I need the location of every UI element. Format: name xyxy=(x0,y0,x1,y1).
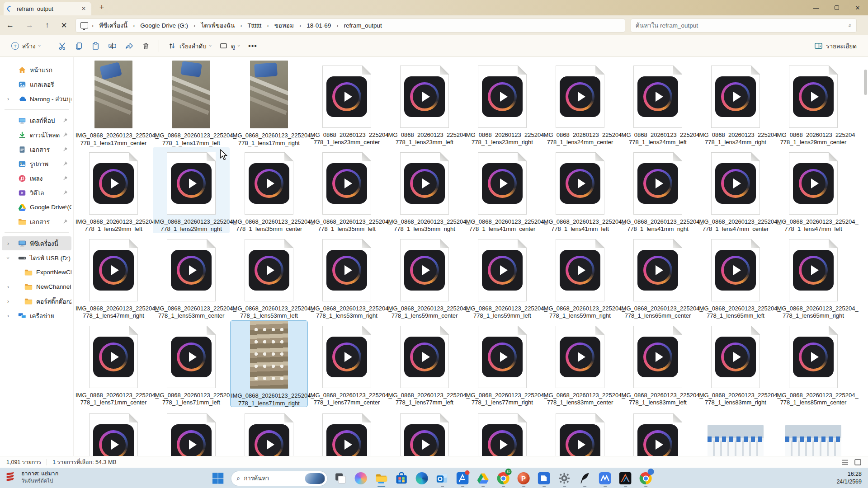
file-item[interactable]: IMG_0868_20260123_225204_778_1_lens59mm_… xyxy=(386,234,463,320)
sidebar-item--[interactable]: วิดีโอ xyxy=(2,186,71,200)
file-item[interactable]: IMG_0868_20260123_225204_778_1_lens65mm_… xyxy=(619,234,696,320)
sidebar-item--[interactable]: เอกสาร xyxy=(2,142,71,156)
sidebar-item--[interactable]: เอกสาร xyxy=(2,215,71,229)
file-item[interactable]: IMG_0868_20260123_225204_778_1_lens77mm_… xyxy=(386,321,463,407)
rename-button[interactable]: A xyxy=(104,38,121,53)
file-item[interactable]: IMG_0868_20260123_225204_778_1_lens53mm_… xyxy=(308,234,385,320)
google-drive-button[interactable] xyxy=(476,469,490,488)
file-item[interactable]: IMG_0868_20260123_225204_778_1_lens24mm_… xyxy=(697,61,774,146)
sort-button[interactable]: เรียงลำดับ › xyxy=(164,38,215,54)
file-item[interactable]: IMG_0868_20260123_225204_778_1_lens24mm_… xyxy=(619,61,696,146)
tab-refram-output[interactable]: refram_output ✕ xyxy=(4,2,91,15)
new-tab-button[interactable]: + xyxy=(96,3,108,12)
close-button[interactable]: ✕ xyxy=(847,0,868,15)
delete-button[interactable] xyxy=(137,38,154,53)
task-view-button[interactable] xyxy=(334,469,348,488)
file-item[interactable]: IMG_0868_20260123_225204_778_1_lens41mm_… xyxy=(542,147,618,233)
sidebar-item--[interactable]: ›พีซีเครื่องนี้ xyxy=(2,236,71,250)
file-item[interactable]: IMG_0868_20260123_225204_778_1_lens35mm_… xyxy=(386,147,463,233)
file-item[interactable]: IMG_0868_20260123_225204_778_1_lens29mm_… xyxy=(153,147,230,233)
file-item[interactable]: IMG_0868_20260123_225204_778_1_lens29mm_… xyxy=(775,61,852,146)
tree-chevron-icon[interactable]: › xyxy=(7,284,9,290)
sidebar-item-narong-[interactable]: ›Narong - ส่วนบุคคล xyxy=(2,92,71,106)
file-item[interactable]: IMG_0868_20260123_225204_778_1_lens59mm_… xyxy=(464,234,541,320)
file-item[interactable]: IMG_0868_20260123_225204_778_1_lens17mm_… xyxy=(153,61,230,146)
file-item[interactable]: IMG_0868_20260123_225204_778_1_lens83mm_… xyxy=(542,321,618,407)
file-item[interactable] xyxy=(75,408,152,456)
file-item[interactable]: IMG_0868_20260123_225204_778_1_lens35mm_… xyxy=(308,147,385,233)
search-input[interactable] xyxy=(636,22,835,29)
start-button[interactable] xyxy=(211,469,225,488)
file-item[interactable] xyxy=(775,408,852,456)
file-item[interactable] xyxy=(464,408,541,456)
maximize-button[interactable] xyxy=(826,0,847,15)
file-item[interactable]: IMG_0868_20260123_225204_778_1_lens23mm_… xyxy=(308,61,385,146)
taskbar-search[interactable]: ⌕การค้นหา xyxy=(231,471,327,486)
file-item[interactable]: IMG_0868_20260123_225204_778_1_lens59mm_… xyxy=(542,234,618,320)
minimize-button[interactable]: — xyxy=(806,0,826,15)
file-item[interactable] xyxy=(542,408,618,456)
cut-button[interactable] xyxy=(54,38,71,53)
file-item[interactable]: IMG_0868_20260123_225204_778_1_lens24mm_… xyxy=(542,61,618,146)
file-item[interactable]: IMG_0868_20260123_225204_778_1_lens47mm_… xyxy=(775,147,852,233)
file-item[interactable]: IMG_0868_20260123_225204_778_1_lens41mm_… xyxy=(619,147,696,233)
copy-button[interactable] xyxy=(71,38,87,53)
tree-chevron-icon[interactable]: › xyxy=(7,298,9,305)
chrome-profile-2-button[interactable] xyxy=(639,469,653,488)
copilot-button[interactable] xyxy=(354,469,368,488)
file-explorer-button[interactable] xyxy=(374,469,388,488)
search-box[interactable]: ⌕ xyxy=(631,19,857,33)
tab-close-icon[interactable]: ✕ xyxy=(80,5,88,12)
sidebar-item--[interactable]: เดสก์ท็อป xyxy=(2,113,71,127)
file-item[interactable]: IMG_0868_20260123_225204_778_1_lens17mm_… xyxy=(75,61,152,146)
details-pane-button[interactable]: รายละเอียด xyxy=(810,38,861,54)
view-button[interactable]: ดู › xyxy=(215,38,244,54)
list-view-toggle-icon[interactable] xyxy=(841,459,849,466)
sidebar-item--[interactable]: เพลง xyxy=(2,171,71,185)
chrome-profile-sj-button[interactable]: SJ xyxy=(496,469,510,488)
sidebar-item--[interactable]: หน้าแรก xyxy=(2,63,71,77)
sidebar-item--[interactable]: ดาวน์โหลด xyxy=(2,128,71,142)
tree-chevron-icon[interactable]: › xyxy=(5,257,11,259)
forward-button[interactable]: → xyxy=(26,21,33,30)
file-item[interactable]: IMG_0868_20260123_225204_778_1_lens77mm_… xyxy=(308,321,385,407)
breadcrumb-item[interactable]: ไดรฟ์ของฉัน xyxy=(198,19,237,31)
file-item[interactable] xyxy=(308,408,385,456)
settings-button[interactable] xyxy=(557,469,571,488)
clip-app-button[interactable] xyxy=(537,469,551,488)
file-item[interactable]: IMG_0868_20260123_225204_778_1_lens53mm_… xyxy=(231,234,307,320)
new-button[interactable]: + สร้าง › xyxy=(7,38,44,54)
file-item[interactable]: IMG_0868_20260123_225204_778_1_lens29mm_… xyxy=(75,147,152,233)
vertical-scrollbar[interactable] xyxy=(864,70,867,95)
outlook-button[interactable] xyxy=(435,469,449,488)
back-button[interactable]: ← xyxy=(6,21,14,30)
file-item[interactable]: IMG_0868_20260123_225204_778_1_lens47mm_… xyxy=(75,234,152,320)
file-item[interactable]: IMG_0868_20260123_225204_778_1_lens71mm_… xyxy=(153,321,230,407)
sidebar-item--2026[interactable]: ›คอร์สติ๊กต๊อก2026 xyxy=(2,294,71,308)
sidebar-item-exportnewchanel[interactable]: ExportNewChanel xyxy=(2,265,71,279)
sidebar-item-newchannel[interactable]: ›NewChannel xyxy=(2,280,71,294)
file-item[interactable] xyxy=(619,408,696,456)
stop-button[interactable]: ✕ xyxy=(61,21,67,30)
file-item[interactable] xyxy=(386,408,463,456)
file-item[interactable]: IMG_0868_20260123_225204_778_1_lens85mm_… xyxy=(775,321,852,407)
file-item[interactable] xyxy=(697,408,774,456)
tree-chevron-icon[interactable]: › xyxy=(7,313,9,319)
powerpoint-button[interactable]: P xyxy=(517,469,531,488)
breadcrumb-item[interactable]: Google Drive (G:) xyxy=(137,21,191,30)
file-item[interactable]: IMG_0868_20260123_225204_778_1_lens83mm_… xyxy=(619,321,696,407)
file-item[interactable]: IMG_0868_20260123_225204_778_1_lens17mm_… xyxy=(231,61,307,146)
breadcrumb-item[interactable]: 18-01-69 xyxy=(304,21,334,30)
file-item[interactable]: IMG_0868_20260123_225204_778_1_lens65mm_… xyxy=(697,234,774,320)
file-item[interactable] xyxy=(153,408,230,456)
blue-m-app-button[interactable] xyxy=(598,469,612,488)
edge-button[interactable] xyxy=(415,469,429,488)
breadcrumb[interactable]: ›พีซีเครื่องนี้›Google Drive (G:)›ไดรฟ์ข… xyxy=(75,19,625,33)
file-item[interactable]: IMG_0868_20260123_225204_778_1_lens71mm_… xyxy=(75,321,152,407)
breadcrumb-item[interactable]: พีซีเครื่องนี้ xyxy=(96,19,130,31)
breadcrumb-item[interactable]: ขอหอม xyxy=(272,19,297,31)
sidebar-item--[interactable]: ›เครือข่าย xyxy=(2,309,71,323)
file-item[interactable]: IMG_0868_20260123_225204_778_1_lens35mm_… xyxy=(231,147,307,233)
quill-app-button[interactable] xyxy=(578,469,592,488)
tree-chevron-icon[interactable]: › xyxy=(7,240,9,247)
